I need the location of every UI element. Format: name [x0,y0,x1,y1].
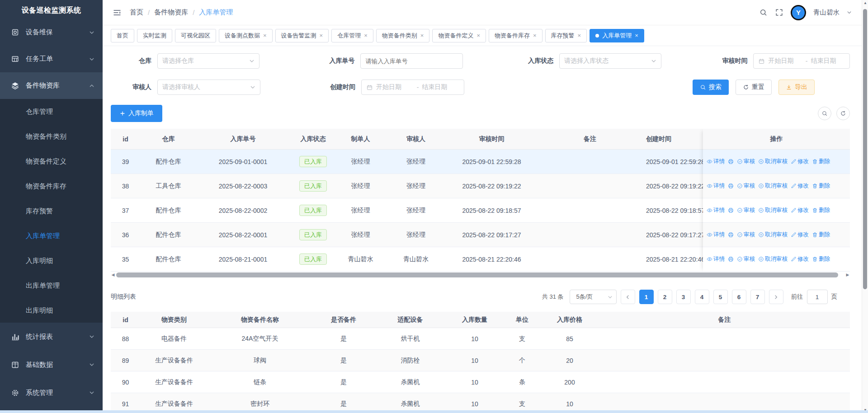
tab-close-icon[interactable]: × [320,33,323,38]
tab-close-icon[interactable]: × [476,33,480,38]
reset-button[interactable]: 重置 [736,80,772,95]
delete-link[interactable]: 删除 [812,206,830,214]
tab-close-icon[interactable]: × [533,33,537,38]
page-button-4[interactable]: 4 [695,290,709,304]
sidebar-item-warehouse-mgmt[interactable]: 仓库管理 [0,99,103,124]
search-icon[interactable] [759,8,768,17]
tab-material-stock[interactable]: 物资备件库存× [489,29,542,42]
sidebar-item-material-stock[interactable]: 物资备件库存 [0,174,103,198]
horizontal-scroll-thumb[interactable] [116,272,838,277]
audit-link[interactable]: 审核 [737,206,755,214]
sidebar-item-stock-warning[interactable]: 库存预警 [0,198,103,223]
sidebar-item-inbound-detail[interactable]: 入库明细 [0,248,103,273]
audit-link[interactable]: 审核 [737,231,755,239]
sidebar-item-outbound-detail[interactable]: 出库明细 [0,298,103,323]
edit-link[interactable]: 修改 [791,255,809,263]
scroll-up-arrow-icon[interactable]: ▲ [862,1,868,5]
tab-warehouse-mgmt[interactable]: 仓库管理× [331,29,373,42]
page-button-6[interactable]: 6 [732,290,746,304]
next-page-button[interactable] [769,290,783,304]
tab-close-icon[interactable]: × [578,33,581,38]
collapse-menu-icon[interactable] [113,8,122,17]
breadcrumb-spare-parts[interactable]: 备件物资库 [154,8,188,17]
search-button[interactable]: 搜索 [693,80,729,95]
vertical-scroll-thumb[interactable] [863,9,867,289]
detail-link[interactable]: 详情 [707,158,725,165]
table-row[interactable]: 38 工具仓库 2025-08-22-0003 已入库 张经理 张经理 2025… [111,174,771,198]
edit-link[interactable]: 修改 [791,206,809,214]
detail-link[interactable]: 详情 [707,182,725,190]
prev-page-button[interactable] [621,290,635,304]
audit-link[interactable]: 审核 [737,158,755,165]
scroll-left-arrow-icon[interactable]: ◀ [111,272,115,278]
detail-link[interactable]: 详情 [707,255,725,263]
user-caret-down-icon[interactable] [847,10,852,15]
sidebar-item-task-orders[interactable]: 任务工单 [0,46,103,72]
export-button[interactable]: 导出 [778,80,815,95]
print-link[interactable] [728,256,734,262]
print-link[interactable] [728,207,734,213]
audit-link[interactable]: 审核 [737,255,755,263]
delete-link[interactable]: 删除 [812,182,830,190]
page-button-1[interactable]: 1 [639,290,654,304]
sidebar-item-inbound-order-mgmt[interactable]: 入库单管理 [0,223,103,248]
print-link[interactable] [728,183,734,189]
page-button-7[interactable]: 7 [750,290,765,304]
table-refresh-button[interactable] [836,107,850,120]
edit-link[interactable]: 修改 [791,182,809,190]
sidebar-item-statistics[interactable]: 统计报表 [0,323,103,351]
auditor-select[interactable]: 请选择审核人 [157,80,260,95]
page-horizontal-scrollbar[interactable] [0,410,868,413]
delete-link[interactable]: 删除 [812,158,830,165]
tab-device-point-data[interactable]: 设备测点数据× [219,29,273,42]
tab-home[interactable]: 首页 [111,29,134,42]
cancel-audit-link[interactable]: 取消审核 [758,206,788,214]
sidebar-item-spare-parts-store[interactable]: 备件物资库 [0,72,103,99]
delete-link[interactable]: 删除 [812,255,830,263]
table-search-toggle-button[interactable] [818,107,831,120]
print-link[interactable] [728,232,734,238]
tab-visual-park[interactable]: 可视化园区 [175,29,216,42]
table-row[interactable]: 39 配件仓库 2025-09-01-0001 已入库 张经理 张经理 2025… [111,150,771,174]
create-time-range-picker[interactable]: 开始日期 - 结束日期 [361,80,464,95]
page-button-3[interactable]: 3 [676,290,691,304]
sidebar-item-material-category[interactable]: 物资备件类别 [0,124,103,149]
detail-row[interactable]: 89 生产设备备件 球阀 是 消防栓 10 个 20 [111,350,850,371]
delete-link[interactable]: 删除 [812,231,830,239]
page-button-5[interactable]: 5 [713,290,728,304]
cancel-audit-link[interactable]: 取消审核 [758,231,788,239]
sidebar-item-system-mgmt[interactable]: 系统管理 [0,379,103,407]
tab-close-icon[interactable]: × [263,33,267,38]
tab-material-category[interactable]: 物资备件类别× [376,29,430,42]
warehouse-select[interactable]: 请选择仓库 [157,53,259,69]
cancel-audit-link[interactable]: 取消审核 [758,182,788,190]
username[interactable]: 青山碧水 [813,8,840,17]
avatar[interactable]: Y [791,5,806,20]
audit-time-range-picker[interactable]: 开始日期 - 结束日期 [753,53,850,69]
scroll-right-arrow-icon[interactable]: ▶ [845,272,850,278]
table-row[interactable]: 37 配件仓库 2025-08-22-0002 已入库 张经理 张经理 2025… [111,198,771,223]
sidebar-item-material-definition[interactable]: 物资备件定义 [0,149,103,174]
audit-link[interactable]: 审核 [737,182,755,190]
page-size-select[interactable]: 5条/页 [570,290,617,304]
edit-link[interactable]: 修改 [791,158,809,165]
tab-inbound-order-mgmt[interactable]: 入库单管理× [590,29,644,42]
tab-realtime-monitor[interactable]: 实时监测 [137,29,172,42]
detail-link[interactable]: 详情 [707,206,725,214]
sidebar-item-outbound-order-mgmt[interactable]: 出库单管理 [0,273,103,298]
tab-material-definition[interactable]: 物资备件定义× [432,29,486,42]
breadcrumb-home[interactable]: 首页 [130,8,143,17]
detail-link[interactable]: 详情 [707,231,725,239]
print-link[interactable] [728,159,734,164]
page-button-2[interactable]: 2 [658,290,672,304]
fullscreen-icon[interactable] [775,8,783,17]
tab-stock-warning[interactable]: 库存预警× [545,29,587,42]
tab-close-icon[interactable]: × [364,33,368,38]
status-select[interactable]: 请选择入库状态 [559,53,661,69]
sidebar-item-device-maintenance[interactable]: 设备维保 [0,19,103,46]
tab-device-alarm-monitor[interactable]: 设备告警监测× [275,29,329,42]
goto-page-input[interactable] [807,290,828,304]
detail-row[interactable]: 88 电器备件 24A空气开关 是 烘干机 10 支 85 [111,328,850,350]
tab-close-icon[interactable]: × [420,33,424,38]
edit-link[interactable]: 修改 [791,231,809,239]
